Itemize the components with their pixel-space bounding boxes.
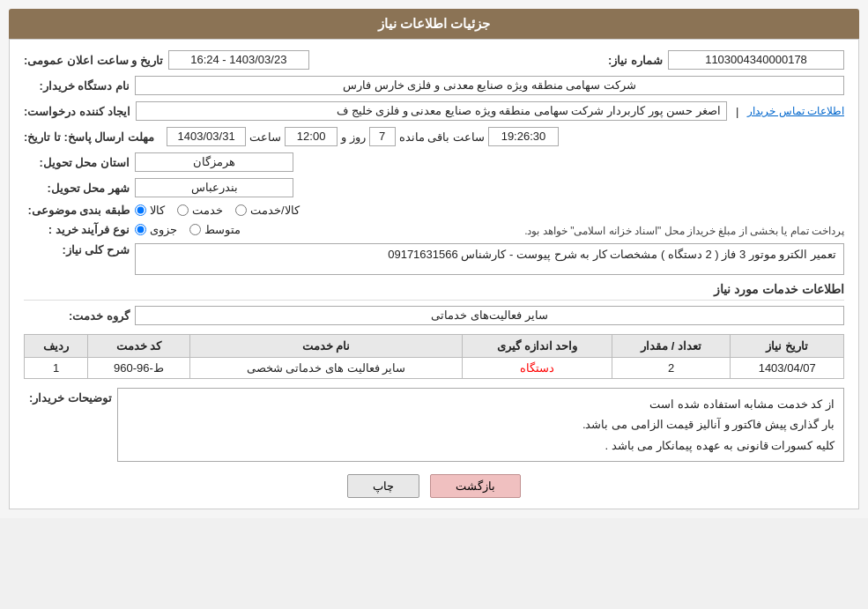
process-jozvi-option[interactable]: جزوی (135, 223, 177, 236)
category-label: طبقه بندی موضوعی: (24, 204, 130, 217)
deadline-time-label: ساعت (249, 130, 281, 144)
need-number-label: شماره نیاز: (557, 54, 663, 67)
process-motavaset-radio[interactable] (189, 224, 201, 235)
category-kala-khedmat-radio[interactable] (235, 204, 247, 216)
page-title: جزئیات اطلاعات نیاز (378, 16, 490, 31)
category-kala-radio[interactable] (135, 204, 146, 216)
print-button[interactable]: چاپ (347, 474, 419, 498)
buyer-note-line: کلیه کسورات قانونی به عهده پیمانکار می ب… (127, 435, 835, 456)
col-qty-header: تعداد / مقدار (612, 335, 731, 358)
services-section-header: اطلاعات خدمات مورد نیاز (24, 282, 844, 301)
cell-row: 1 (25, 358, 88, 379)
creator-value: اصغر حسن پور کاربردار شرکت سهامی منطقه و… (136, 101, 727, 121)
deadline-day-value: 7 (369, 127, 396, 146)
buyer-org-label: نام دستگاه خریدار: (24, 79, 130, 93)
process-jozvi-label: جزوی (150, 223, 177, 236)
process-motavaset-option[interactable]: متوسط (189, 223, 241, 236)
service-group-label: گروه خدمت: (24, 309, 130, 323)
city-label: شهر محل تحویل: (24, 182, 130, 195)
cell-qty: 2 (612, 358, 731, 379)
city-value: بندرعباس (135, 178, 293, 197)
back-button[interactable]: بازگشت (430, 474, 521, 498)
deadline-day-label: روز و (341, 130, 366, 144)
process-label: نوع فرآیند خرید : (24, 223, 130, 236)
col-unit-header: واحد اندازه گیری (463, 335, 612, 358)
table-row: 1403/04/07 2 دستگاه سایر فعالیت های خدما… (25, 358, 844, 379)
announce-label: تاریخ و ساعت اعلان عمومی: (24, 54, 163, 67)
need-number-value: 1103004340000178 (668, 50, 844, 70)
province-value: هرمزگان (135, 152, 293, 172)
services-table: تاریخ نیاز تعداد / مقدار واحد اندازه گیر… (24, 334, 844, 379)
province-label: استان محل تحویل: (24, 156, 130, 169)
creator-label: ایجاد کننده درخواست: (24, 105, 130, 118)
buyer-notes-label: توضیحات خریدار: (24, 391, 112, 405)
category-kala-label: کالا (150, 204, 165, 217)
category-khedmat-radio[interactable] (177, 204, 189, 216)
page-header: جزئیات اطلاعات نیاز (9, 9, 859, 39)
process-motavaset-label: متوسط (204, 223, 241, 236)
col-row-header: ردیف (25, 335, 88, 358)
need-description-value: تعمیر الکترو موتور 3 فاز ( 2 دستگاه ) مش… (388, 248, 836, 261)
deadline-time-value: 12:00 (285, 127, 338, 146)
deadline-label: مهلت ارسال پاسخ: تا تاریخ: (24, 130, 154, 144)
service-group-value: سایر فعالیت‌های خدماتی (135, 306, 844, 325)
category-khedmat-label: خدمت (192, 204, 223, 217)
announce-value: 1403/03/23 - 16:24 (168, 50, 309, 70)
cell-name: سایر فعالیت های خدماتی شخصی (189, 358, 462, 379)
category-khedmat-option[interactable]: خدمت (177, 204, 223, 217)
buyer-note-line: بار گذاری پیش فاکتور و آنالیز قیمت الزام… (127, 414, 835, 434)
cell-code: ط-96-960 (88, 358, 190, 379)
cell-date: 1403/04/07 (731, 358, 844, 379)
contact-link[interactable]: اطلاعات تماس خریدار (747, 105, 844, 117)
buyer-notes-box: از کد خدمت مشابه استفاده شده استبار گذار… (117, 388, 844, 462)
process-note: پرداخت تمام یا بخشی از مبلغ خریداز محل "… (524, 225, 844, 237)
buyer-org-value: شرکت سهامی منطقه ویژه صنایع معدنی و فلزی… (135, 76, 844, 95)
deadline-remaining-label: ساعت باقی مانده (399, 130, 485, 144)
process-jozvi-radio[interactable] (135, 224, 146, 235)
deadline-remaining-value: 19:26:30 (488, 127, 559, 146)
col-name-header: نام خدمت (189, 335, 462, 358)
cell-unit: دستگاه (463, 358, 612, 379)
services-table-section: تاریخ نیاز تعداد / مقدار واحد اندازه گیر… (24, 334, 844, 379)
deadline-date-value: 1403/03/31 (167, 127, 246, 146)
category-kala-option[interactable]: کالا (135, 204, 165, 217)
need-description-label: شرح کلی نیاز: (24, 243, 130, 256)
col-code-header: کد خدمت (88, 335, 190, 358)
buyer-note-line: از کد خدمت مشابه استفاده شده است (127, 394, 835, 414)
col-date-header: تاریخ نیاز (731, 335, 844, 358)
button-row: بازگشت چاپ (24, 474, 844, 498)
category-kala-khedmat-label: کالا/خدمت (250, 204, 300, 217)
category-kala-khedmat-option[interactable]: کالا/خدمت (235, 204, 300, 217)
services-section-label: اطلاعات خدمات مورد نیاز (714, 282, 844, 296)
